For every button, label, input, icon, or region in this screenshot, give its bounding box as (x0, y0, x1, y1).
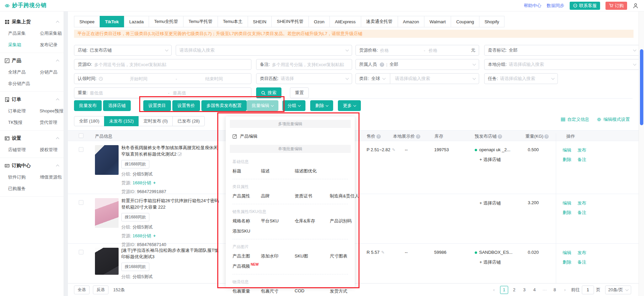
source-link[interactable]: 1688分销 (132, 180, 151, 185)
tab-tiktok[interactable]: TikTok (100, 16, 124, 27)
copy-edit-icon[interactable] (178, 152, 181, 156)
row-checkbox[interactable] (79, 200, 83, 205)
sidebar-item-order-processing[interactable]: 订单处理 (0, 105, 31, 117)
source-link[interactable]: 1688分销 (132, 233, 151, 238)
scrollbar[interactable] (639, 11, 644, 296)
invert-selection-button[interactable]: 反选 (93, 286, 108, 294)
menu-item-product-identifier[interactable]: 产品识别码 (330, 218, 352, 224)
set-price-button[interactable]: 设置售价 (172, 100, 200, 111)
sidebar-item-product-collect[interactable]: 产品采集 (0, 28, 32, 39)
sidebar-item-shopee-forecast[interactable]: Shopee预报 (31, 105, 64, 117)
tab-shein-semi[interactable]: SHEIN半托管 (271, 16, 309, 27)
status-tab-unpublished[interactable]: 未发布 (152) (104, 116, 139, 126)
category-match-filter[interactable]: 类目匹配: 请选择 (256, 73, 352, 84)
product-image[interactable] (95, 248, 119, 275)
select-store-button[interactable]: 选择店铺 (103, 100, 131, 111)
claim-end-input[interactable] (180, 76, 248, 81)
sidebar-item-freight-management[interactable]: 货代管理 (31, 117, 64, 128)
source-price-min-input[interactable] (380, 48, 421, 53)
shop-filter[interactable]: 店铺: 已发布店铺 (74, 45, 172, 56)
select-all-button[interactable]: 全选 (74, 286, 90, 294)
task-filter[interactable]: 任务: 请选择或输入搜索 (484, 73, 558, 84)
sidebar-item-collect-box[interactable]: 采集箱 (0, 39, 32, 51)
reset-button[interactable]: 重置 (290, 87, 309, 98)
sidebar-group-purchase-center-header[interactable]: 订购中心 (0, 161, 64, 171)
remark-filter[interactable]: 备注: (256, 59, 352, 70)
search-1688-button[interactable]: 搜1688同款 (121, 213, 149, 221)
add-source-icon[interactable]: + (151, 180, 156, 185)
sidebar-item-non-distribution-products[interactable]: 非分销产品 (0, 78, 32, 89)
product-image[interactable] (95, 145, 119, 175)
page-button-4[interactable]: 4 (530, 286, 539, 294)
menu-item-description-image-optimize[interactable]: 描述图优化 (295, 168, 330, 174)
status-tab-published[interactable]: 已发布 (28) (172, 116, 205, 126)
edit-mode-settings-button[interactable]: 编辑模式设置 (597, 116, 630, 123)
weight-max-input[interactable] (173, 90, 248, 96)
product-title[interactable]: 秋冬香蕉阔腿裤女冬季加绒加厚高腰宽松显瘦休闲窄版直筒长裤标题优化测试2 (121, 144, 220, 157)
menu-item-add-sku[interactable]: 添加SKU (232, 228, 261, 234)
edit-link[interactable]: 编辑 (563, 250, 571, 255)
remark-input[interactable] (272, 62, 348, 67)
add-store-link[interactable]: + 选择店铺 (479, 200, 501, 206)
tab-temu-local[interactable]: Temu本土 (218, 16, 248, 27)
next-page-button[interactable]: › (561, 286, 569, 294)
multi-country-publish-config-button[interactable]: 多国售卖发布配置 (201, 100, 247, 111)
row-checkbox[interactable] (79, 147, 83, 152)
note-link[interactable]: 备注 (577, 157, 586, 162)
sidebar-item-public-collect-box[interactable]: 公用采集箱 (32, 28, 64, 39)
menu-item-title[interactable]: 标题 (232, 168, 261, 174)
status-tab-all[interactable]: 全部 (180) (74, 116, 104, 126)
sidebar-group-product-header[interactable]: 产品 (0, 56, 64, 66)
page-button-8[interactable]: 8 (551, 286, 559, 294)
note-link[interactable]: 备注 (577, 210, 586, 215)
source-price-filter[interactable]: 货源价格: - 元 (355, 45, 479, 56)
sidebar-item-tk-forecast[interactable]: TK预报 (0, 117, 31, 128)
menu-item-product-video[interactable]: 产品视频NEW (232, 263, 261, 269)
help-center-link[interactable]: 帮助中心 (524, 3, 541, 9)
claim-start-input[interactable] (105, 76, 172, 81)
user-avatar-icon[interactable] (633, 3, 639, 9)
goto-page-input[interactable] (582, 286, 594, 294)
claim-time-filter[interactable]: 认领时间: - (74, 73, 251, 84)
menu-item-watermark[interactable]: 添加水印 (261, 253, 295, 259)
product-title[interactable]: [速干]半拉连长袖马拉松跑步衣服速干跑团队服T恤印标题优化测试3 (121, 247, 220, 260)
sidebar-item-value-added-packages[interactable]: 增值资源包 (32, 171, 64, 183)
menu-item-brand[interactable]: 品牌 (261, 193, 295, 199)
menu-item-description[interactable]: 描述 (261, 168, 295, 174)
menu-item-size-chart[interactable]: 尺寸图表 (330, 253, 348, 259)
sidebar-item-store-management[interactable]: 店铺管理 (0, 144, 32, 156)
delete-link[interactable]: 删除 (563, 157, 571, 162)
product-title[interactable]: 前置开口行李箱拉杆箱26寸抗摔旅行箱包24寸密码登机箱20寸大容量 222 (121, 197, 220, 210)
data-sync-link[interactable]: 数据同步 (547, 3, 564, 9)
menu-item-package-size[interactable]: 包裹尺寸 (261, 288, 295, 294)
sidebar-item-global-products[interactable]: 全球产品 (0, 66, 32, 78)
add-store-link[interactable]: + 选择店铺 (479, 259, 501, 265)
edit-price-icon[interactable]: ✎ (381, 250, 385, 255)
order-button[interactable]: 订购 (605, 2, 627, 10)
product-image[interactable] (95, 198, 119, 228)
tab-walmart[interactable]: Walmart (424, 16, 451, 27)
edit-link[interactable]: 编辑 (563, 147, 571, 153)
menu-item-shipping-method[interactable]: 发货方式 (330, 288, 348, 294)
tab-amazon[interactable]: Amazon (398, 16, 425, 27)
scrollbar-thumb[interactable] (640, 49, 643, 125)
search-1688-button[interactable]: 搜1688同款 (121, 263, 149, 271)
tab-temu-semi[interactable]: Temu半托管 (183, 16, 218, 27)
publish-link[interactable]: 发布 (577, 200, 586, 206)
sidebar-item-publish-record[interactable]: 发布记录 (32, 39, 64, 51)
category-filter[interactable]: 类目: 全球 请选择或输入搜索 (355, 73, 479, 84)
page-button-2[interactable]: 2 (510, 286, 518, 294)
menu-item-cod[interactable]: COD (295, 288, 330, 294)
tab-aliexpress-full[interactable]: 速卖通全托管 (361, 16, 398, 27)
sidebar-group-collect-header[interactable]: 采集上货 (0, 18, 64, 28)
custom-info-button[interactable]: 自定义信息 (561, 116, 589, 123)
owner-filter[interactable]: 所属人员 ?: 全部 (355, 59, 479, 70)
publish-link[interactable]: 发布 (577, 250, 586, 255)
sidebar-item-distribution-products[interactable]: 分销产品 (32, 66, 64, 78)
menu-item-qualification-cert[interactable]: 资质证书 (295, 193, 330, 199)
tab-aliexpress[interactable]: AliExpress (329, 16, 361, 27)
tab-ozon[interactable]: Ozon (308, 16, 330, 27)
local-group-filter[interactable]: 本地分组: 请选择或输入搜索 (484, 59, 640, 70)
sidebar-item-purchased-services[interactable]: 已购服务 (0, 183, 32, 194)
tab-shopee[interactable]: Shopee (74, 16, 100, 27)
